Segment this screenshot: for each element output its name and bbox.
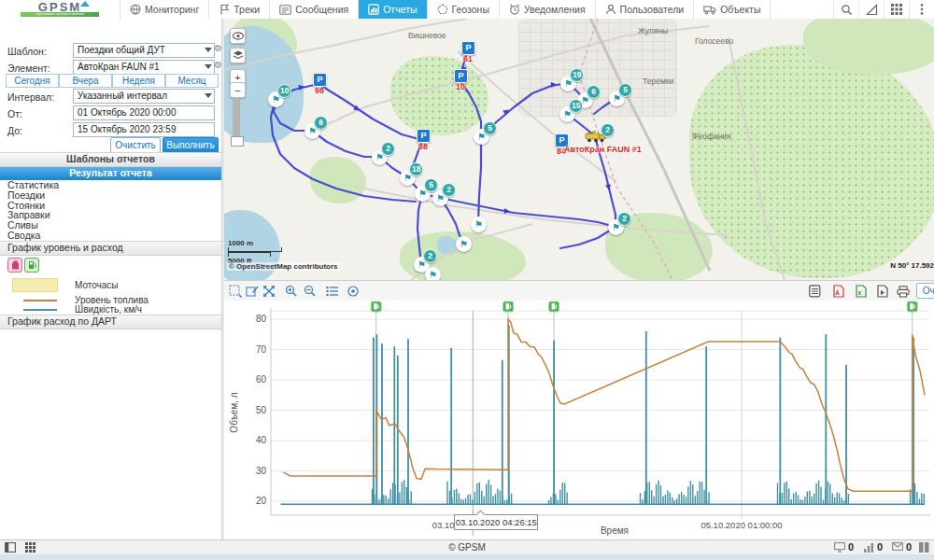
refuel-marker-toggle[interactable]	[24, 258, 39, 273]
svg-text:70: 70	[256, 344, 267, 355]
range-button-2[interactable]: Вчера	[59, 74, 112, 88]
clear-button[interactable]: Очистить	[110, 137, 161, 153]
columns-icon[interactable]	[919, 542, 929, 553]
mail-icon[interactable]	[892, 542, 903, 551]
template-select[interactable]: Поездки общий ДУТ	[73, 43, 215, 58]
fuel-level-swatch	[23, 300, 57, 301]
element-label: Элемент:	[7, 63, 50, 74]
interval-select[interactable]: Указанный интервал	[73, 89, 215, 104]
nav-item-users[interactable]: Пользователи	[595, 0, 694, 19]
parking-marker[interactable]: P	[461, 41, 475, 55]
logo-subtitle: спутниковые системы слежения	[21, 12, 99, 17]
parking-marker[interactable]: P	[454, 69, 468, 83]
status-counter-value: 0	[906, 541, 912, 553]
svg-text:20: 20	[256, 496, 267, 506]
fuel-can-icon	[11, 260, 20, 270]
motohours-swatch	[12, 278, 58, 292]
fit-extent-icon[interactable]	[262, 284, 276, 299]
export-excel-icon[interactable]: x	[854, 284, 869, 299]
signal-icon[interactable]	[863, 542, 874, 553]
map-coordinates: N 50° 17.592	[890, 261, 934, 270]
report-table-icon[interactable]	[807, 284, 822, 299]
legend-list-icon[interactable]	[325, 284, 340, 299]
svg-text:50: 50	[256, 405, 267, 415]
chart-clear-button[interactable]: Очистить	[916, 283, 934, 299]
copyright: © GPSM	[0, 542, 934, 553]
logo-text: GPSM	[38, 2, 81, 12]
range-button-3[interactable]: Неделя	[112, 74, 165, 88]
map-attribution: © OpenStreetMap contributors	[227, 262, 340, 271]
print-icon[interactable]	[896, 284, 911, 299]
tracks-flag-icon	[219, 4, 230, 15]
map-panel[interactable]: ВишневоеЖуляныГолосеевоТеремкиФеофания ⚑…	[224, 19, 934, 280]
status-counter-value: 0	[877, 541, 883, 553]
section-report-templates[interactable]: Шаблоны отчетов	[0, 152, 221, 167]
range-button-1[interactable]: Сегодня	[6, 74, 59, 88]
zoom-selection-icon[interactable]	[228, 284, 243, 299]
zoom-out-button[interactable]: −	[230, 82, 246, 98]
map-place-label: Жуляны	[638, 26, 668, 35]
visibility-eye-icon[interactable]	[230, 28, 246, 44]
chevron-down-icon	[205, 93, 212, 98]
map-layers-icon[interactable]	[230, 48, 246, 63]
export-doc-icon[interactable]	[875, 284, 890, 299]
nav-item-globe[interactable]: Мониторинг	[120, 0, 208, 19]
map-place-label: Голосеево	[695, 36, 733, 46]
section-level-consumption-chart[interactable]: График уровень и расход	[0, 241, 221, 256]
chart-tooltip: 03.10.2020 04:26:15	[454, 514, 538, 530]
trip-marker[interactable]: ⚑	[425, 267, 441, 280]
kebab-menu-icon[interactable]	[909, 0, 934, 19]
topbar-right-icons	[833, 0, 934, 19]
gpsm-logo[interactable]: GPSM спутниковые системы слежения	[0, 0, 120, 19]
track-cursor-icon[interactable]	[346, 284, 361, 299]
ruler-icon[interactable]	[858, 0, 884, 19]
from-label: От:	[7, 108, 22, 119]
notifications-icon	[509, 4, 520, 15]
users-icon	[605, 4, 616, 15]
element-select[interactable]: АвтоКран FAUN #1	[73, 60, 215, 75]
svg-text:60: 60	[256, 374, 267, 385]
range-button-4[interactable]: Месяц	[165, 74, 219, 88]
export-pdf-icon[interactable]: A	[831, 284, 846, 299]
parking-marker[interactable]: P	[417, 129, 431, 143]
trip-marker[interactable]: ⚑	[471, 217, 487, 232]
run-report-button[interactable]: Выполнить	[163, 137, 219, 153]
trip-count-badge: 5	[483, 121, 497, 135]
fuel-speed-chart[interactable]: 2030405060708005.10.2020 01:00:0003.10.2…	[224, 301, 934, 539]
status-bar: © GPSM 000	[0, 539, 934, 554]
drain-marker-toggle[interactable]	[7, 258, 22, 273]
trip-count-badge: 6	[587, 85, 601, 99]
nav-item-notifications[interactable]: Уведомления	[499, 0, 595, 19]
svg-text:80: 80	[256, 314, 267, 324]
template-label: Шаблон:	[7, 46, 47, 57]
chart-toolbar: A x Очистить	[224, 280, 934, 302]
motohours-label: Моточасы	[75, 280, 119, 290]
nav-item-geozones[interactable]: Геозоны	[427, 0, 499, 19]
nav-item-tracks-flag[interactable]: Треки	[208, 0, 269, 19]
parking-marker[interactable]: P	[313, 73, 327, 87]
svg-text:Время: Время	[601, 525, 629, 536]
trip-count-badge: 2	[442, 183, 456, 197]
apps-grid-icon[interactable]	[884, 0, 909, 19]
monitor-icon[interactable]	[834, 542, 845, 553]
top-bar: GPSM спутниковые системы слежения Монито…	[0, 0, 934, 20]
to-date-input[interactable]: 15 Октябрь 2020 23:59	[73, 122, 215, 137]
map-scale-bar: 1000 m 5000 ft	[228, 239, 282, 265]
parking-count: 10	[456, 82, 465, 91]
vehicle-label[interactable]: АвтоКран FAUN #1	[564, 145, 642, 154]
section-dart-consumption-chart[interactable]: График расход по ДАРТ	[0, 315, 221, 329]
zoom-in-chart-icon[interactable]	[284, 284, 299, 299]
nav-item-messages[interactable]: Сообщения	[269, 0, 358, 19]
trip-count-badge: 2	[381, 142, 395, 156]
trip-count-badge: 5	[424, 178, 438, 192]
flag-icon: ⚑	[460, 239, 468, 249]
zoom-slider-thumb[interactable]	[231, 136, 244, 147]
trip-marker[interactable]: ⚑	[456, 236, 472, 252]
select-area-icon[interactable]	[245, 284, 260, 299]
nav-item-reports[interactable]: Отчеты	[358, 0, 426, 19]
zoom-out-chart-icon[interactable]	[303, 284, 318, 299]
scale-metric: 1000 m	[228, 239, 282, 247]
nav-item-objects-truck[interactable]: Объекты	[693, 0, 771, 19]
search-icon[interactable]	[833, 0, 858, 19]
from-date-input[interactable]: 01 Октябрь 2020 00:00	[73, 105, 215, 120]
